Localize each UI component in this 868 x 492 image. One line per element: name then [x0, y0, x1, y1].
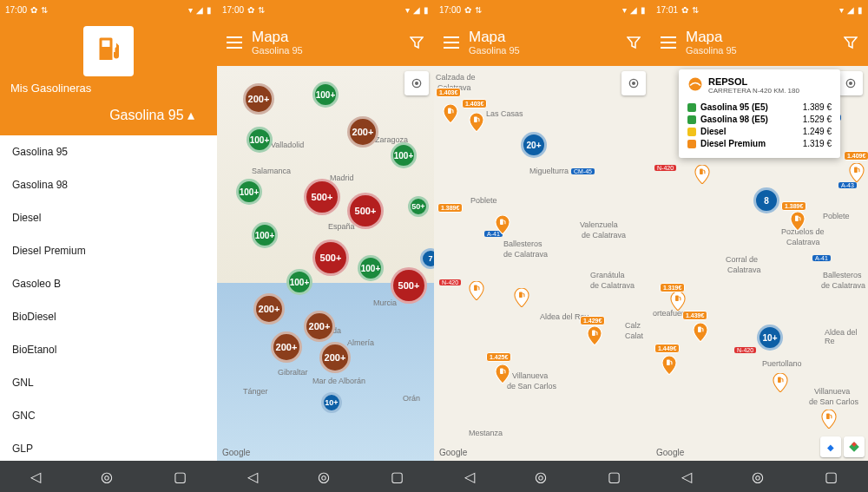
cluster-marker[interactable]: 7	[420, 248, 434, 269]
fuel-item[interactable]: BioEtanol	[0, 333, 217, 366]
station-pin[interactable]	[773, 373, 788, 392]
cluster-marker[interactable]: 100+	[358, 255, 384, 281]
station-pin[interactable]	[514, 288, 529, 307]
cluster-marker[interactable]: 20+	[521, 132, 547, 158]
cluster-marker[interactable]: 200+	[243, 83, 274, 115]
station-pin[interactable]	[849, 163, 865, 182]
price-tag[interactable]: 1.389€	[437, 203, 463, 213]
recent-icon[interactable]: ▢	[608, 469, 621, 485]
map-canvas[interactable]: Google ValladolidZaragozaSalamancaMadrid…	[217, 66, 434, 461]
status-time: 17:00	[5, 5, 27, 15]
cluster-marker[interactable]: 100+	[247, 127, 273, 153]
station-pin[interactable]	[693, 323, 708, 342]
directions-button[interactable]: ◆	[820, 436, 841, 457]
station-pin[interactable]	[495, 364, 510, 384]
station-pin[interactable]	[443, 104, 458, 123]
station-pin[interactable]	[469, 113, 484, 132]
fuel-item[interactable]: GNL	[0, 366, 217, 399]
station-pin[interactable]	[694, 165, 710, 184]
fuel-item[interactable]: Gasoleo B	[0, 267, 217, 300]
back-icon[interactable]: ◁	[247, 469, 258, 485]
home-icon[interactable]: ◎	[318, 469, 330, 485]
city-label: Las Casas	[486, 109, 523, 118]
price-tag[interactable]: 1.409€	[844, 151, 868, 161]
fuel-item[interactable]: Diesel Premium	[0, 234, 217, 267]
home-icon[interactable]: ◎	[535, 469, 547, 485]
locate-button[interactable]	[838, 71, 863, 95]
fuel-item[interactable]: Diesel	[0, 201, 217, 234]
android-nav-bar: ◁ ◎ ▢	[651, 461, 868, 492]
locate-button[interactable]	[621, 71, 646, 95]
cluster-marker[interactable]: 500+	[312, 239, 349, 276]
recent-icon[interactable]: ▢	[825, 469, 838, 485]
fuel-item[interactable]: Gasolina 98	[0, 168, 217, 201]
price-tag[interactable]: 1.429€	[580, 316, 605, 325]
city-label: Puertollano	[762, 359, 802, 368]
fuel-item[interactable]: Gasolina 95	[0, 135, 217, 168]
city-label: Calatrava	[786, 238, 820, 246]
back-icon[interactable]: ◁	[464, 469, 475, 485]
home-icon[interactable]: ◎	[752, 469, 764, 485]
cluster-marker[interactable]: 8	[753, 187, 779, 213]
cluster-marker[interactable]: 500+	[391, 267, 427, 304]
fuel-list[interactable]: Gasolina 95 Gasolina 98 Diesel Diesel Pr…	[0, 135, 217, 461]
station-pin[interactable]	[670, 292, 686, 311]
signal-icon: ◢	[196, 5, 203, 15]
price-tag[interactable]: 1.403€	[462, 99, 487, 108]
price-tag[interactable]: 1.439€	[682, 311, 707, 320]
station-pin[interactable]	[495, 215, 510, 234]
fuel-color-icon	[687, 115, 696, 124]
cluster-marker[interactable]: 200+	[253, 293, 285, 325]
city-label: Mestanza	[469, 429, 503, 437]
locate-button[interactable]	[404, 71, 429, 95]
map-canvas[interactable]: REPSOL CARRETERA N-420 KM. 180 Gasolina …	[651, 66, 868, 461]
cluster-marker[interactable]: 100+	[252, 222, 278, 248]
station-pin[interactable]	[469, 281, 484, 300]
open-maps-button[interactable]	[844, 436, 865, 457]
station-popup[interactable]: REPSOL CARRETERA N-420 KM. 180 Gasolina …	[679, 69, 840, 158]
cluster-marker[interactable]: 100+	[312, 82, 339, 108]
map-canvas[interactable]: Google Calzada deCalatravaLas CasasMigue…	[434, 66, 651, 461]
menu-icon[interactable]	[226, 36, 243, 49]
price-tag[interactable]: 1.403€	[436, 88, 461, 97]
cluster-marker[interactable]: 200+	[347, 116, 378, 148]
cluster-marker[interactable]: 50+	[408, 196, 429, 217]
fuel-item[interactable]: BioDiesel	[0, 300, 217, 333]
cluster-marker[interactable]: 100+	[391, 142, 417, 168]
status-bar: 17:00 ✿ ⇅ ▾ ◢ ▮	[0, 0, 217, 19]
cluster-marker[interactable]: 10+	[321, 392, 342, 413]
cluster-marker[interactable]: 200+	[304, 311, 335, 342]
filter-icon[interactable]	[408, 36, 425, 49]
station-pin[interactable]	[661, 356, 677, 375]
price-tag[interactable]: 1.425€	[486, 352, 511, 362]
cluster-marker[interactable]: 500+	[347, 193, 384, 229]
fuel-item[interactable]: GLP	[0, 432, 217, 461]
signal-icon: ◢	[413, 5, 420, 15]
recent-icon[interactable]: ▢	[391, 469, 404, 485]
station-pin[interactable]	[821, 410, 837, 429]
back-icon[interactable]: ◁	[30, 469, 41, 485]
menu-icon[interactable]	[660, 36, 677, 49]
price-tag[interactable]: 1.449€	[654, 344, 680, 353]
signal-icon: ◢	[847, 5, 854, 15]
filter-icon[interactable]	[842, 36, 859, 49]
cluster-marker[interactable]: 10+	[757, 325, 783, 351]
cluster-marker[interactable]: 100+	[286, 269, 312, 295]
cluster-marker[interactable]: 200+	[271, 331, 302, 363]
cluster-marker[interactable]: 500+	[304, 179, 340, 215]
home-icon[interactable]: ◎	[101, 469, 113, 485]
menu-icon[interactable]	[443, 36, 460, 49]
recent-icon[interactable]: ▢	[174, 469, 187, 485]
price-tag[interactable]: 1.389€	[781, 201, 806, 211]
cluster-marker[interactable]: 100+	[236, 179, 262, 205]
city-label: Corral de	[726, 255, 758, 264]
station-pin[interactable]	[790, 212, 806, 231]
station-pin[interactable]	[587, 326, 602, 345]
back-icon[interactable]: ◁	[681, 469, 692, 485]
sort-icon: ⇅	[258, 5, 265, 15]
fuel-item[interactable]: GNC	[0, 399, 217, 432]
filter-icon[interactable]	[625, 36, 642, 49]
fuel-selector[interactable]: Gasolina 95 ▴	[10, 95, 207, 130]
cluster-marker[interactable]: 200+	[319, 342, 351, 373]
price-tag[interactable]: 1.319€	[660, 283, 685, 292]
